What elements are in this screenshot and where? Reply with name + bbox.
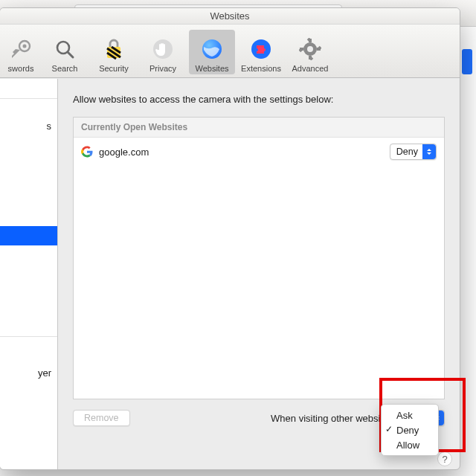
panel-description: Allow websites to access the camera with… (73, 94, 445, 105)
background-right-button[interactable] (462, 49, 472, 74)
preferences-toolbar: swords Search Security Privacy Websites (0, 25, 460, 78)
toolbar-passwords[interactable]: swords (3, 30, 39, 74)
sidebar-item-selected[interactable] (0, 226, 57, 245)
sidebar-item-partial[interactable]: s (47, 120, 52, 132)
sidebar-item-partial[interactable]: yer (38, 367, 51, 379)
toolbar-label: Security (99, 64, 129, 73)
gear-icon (298, 37, 322, 61)
open-websites-list: Currently Open Websites google.com Deny (73, 117, 445, 399)
remove-button[interactable]: Remove (73, 410, 130, 426)
toolbar-label: Extensions (241, 64, 281, 73)
policy-popover: Ask ✓Deny Allow (381, 404, 439, 456)
check-icon: ✓ (385, 424, 393, 434)
open-websites-header: Currently Open Websites (74, 118, 444, 138)
toolbar-search[interactable]: Search (42, 30, 88, 74)
toolbar-label: Advanced (292, 64, 329, 73)
chevron-updown-icon (422, 144, 436, 159)
toolbar-label: swords (8, 64, 34, 73)
key-icon (9, 37, 33, 61)
toolbar-label: Search (52, 64, 78, 73)
toolbar-advanced[interactable]: Advanced (287, 30, 333, 74)
toolbar-label: Websites (195, 64, 228, 73)
site-policy-dropdown[interactable]: Deny (390, 144, 437, 160)
svg-point-1 (23, 45, 27, 48)
toolbar-privacy[interactable]: Privacy (140, 30, 186, 74)
site-policy-value: Deny (396, 147, 418, 157)
site-name: google.com (99, 147, 390, 158)
preferences-window: Websites swords Search Security Privacy (0, 7, 460, 470)
main-panel: Allow websites to access the camera with… (58, 79, 460, 469)
help-icon[interactable]: ? (437, 451, 452, 466)
toolbar-security[interactable]: Security (91, 30, 137, 74)
preferences-title: Websites (0, 8, 460, 25)
policy-option-ask[interactable]: Ask (382, 408, 438, 422)
site-row[interactable]: google.com Deny (74, 138, 444, 166)
policy-option-allow[interactable]: Allow (382, 437, 438, 452)
sidebar-separator (0, 336, 57, 337)
svg-line-3 (68, 52, 73, 57)
policy-option-deny[interactable]: ✓Deny (382, 422, 438, 437)
sidebar: s yer (0, 79, 58, 469)
globe-icon (200, 37, 224, 61)
hand-stop-icon (151, 37, 175, 61)
lock-striped-icon (102, 37, 126, 61)
search-icon (53, 37, 77, 61)
sidebar-separator (0, 98, 57, 99)
other-websites-label: When visiting other websites (271, 413, 393, 424)
svg-point-20 (307, 46, 313, 52)
google-favicon-icon (81, 146, 93, 158)
preferences-content: s yer Allow websites to access the camer… (0, 79, 460, 469)
puzzle-icon (249, 37, 273, 61)
toolbar-websites[interactable]: Websites (189, 30, 235, 74)
toolbar-label: Privacy (149, 64, 176, 73)
toolbar-extensions[interactable]: Extensions (238, 30, 284, 74)
